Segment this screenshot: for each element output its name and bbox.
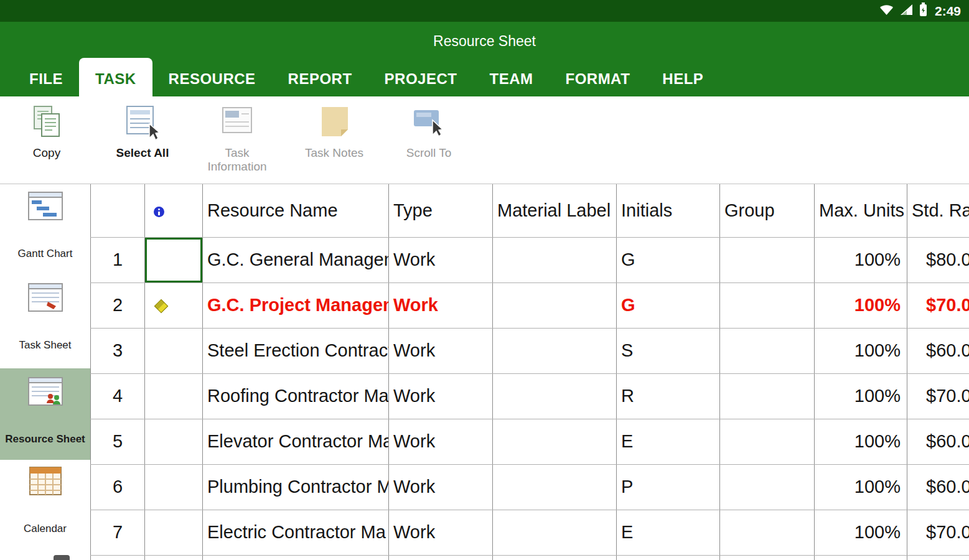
max-units-cell[interactable]: 100%: [815, 419, 907, 464]
initials-cell[interactable]: E: [617, 419, 720, 464]
material-label-cell[interactable]: [493, 373, 617, 419]
std-rate-cell[interactable]: $60.00: [907, 464, 969, 510]
group-cell[interactable]: [720, 373, 815, 419]
sidebar-item-task-sheet[interactable]: Task Sheet: [0, 282, 90, 352]
resource-name-cell[interactable]: Elevator Contractor Ma: [203, 419, 389, 464]
material-label-cell[interactable]: [493, 419, 617, 464]
column-header-max-units[interactable]: Max. Units: [815, 184, 907, 237]
std-rate-cell[interactable]: $60.00: [907, 328, 969, 373]
indicator-cell[interactable]: [145, 555, 203, 560]
tab-task[interactable]: TASK: [79, 58, 152, 96]
max-units-cell[interactable]: 100%: [815, 328, 907, 373]
tab-format[interactable]: FORMAT: [549, 61, 646, 96]
row-number-cell[interactable]: 3: [91, 328, 145, 373]
group-cell[interactable]: [720, 555, 815, 560]
resource-sheet-grid: Resource Name Type Material Label Initia…: [90, 184, 969, 560]
resource-name-cell[interactable]: G.C. General Managem: [203, 237, 389, 282]
max-units-cell[interactable]: 100%: [815, 237, 907, 282]
material-label-cell[interactable]: [493, 328, 617, 373]
resource-name-cell[interactable]: Electric Contractor Ma: [203, 510, 389, 555]
tab-file[interactable]: FILE: [13, 61, 79, 96]
initials-cell[interactable]: G: [617, 237, 720, 282]
max-units-cell[interactable]: 100%: [815, 510, 907, 555]
type-cell[interactable]: Work: [389, 510, 493, 555]
group-cell[interactable]: [720, 237, 815, 282]
row-number-cell[interactable]: 1: [91, 237, 145, 282]
copy-button[interactable]: Copy: [6, 105, 87, 160]
select-all-button[interactable]: Select All: [102, 105, 183, 160]
tab-project[interactable]: PROJECT: [368, 61, 474, 96]
column-header-initials[interactable]: Initials: [617, 184, 720, 237]
type-cell[interactable]: Work: [389, 282, 493, 328]
row-number-cell[interactable]: 2: [91, 282, 145, 328]
scroll-to-button[interactable]: Scroll To: [388, 105, 469, 160]
tab-resource[interactable]: RESOURCE: [152, 61, 272, 96]
row-number-cell[interactable]: 6: [91, 464, 145, 510]
group-cell[interactable]: [720, 328, 815, 373]
material-label-cell[interactable]: [493, 510, 617, 555]
column-header-material-label[interactable]: Material Label: [493, 184, 617, 237]
tab-help[interactable]: HELP: [646, 61, 719, 96]
std-rate-cell[interactable]: $70.00: [907, 373, 969, 419]
std-rate-cell[interactable]: $70.00: [907, 282, 969, 328]
tab-team[interactable]: TEAM: [473, 61, 549, 96]
sidebar-item-resource-sheet[interactable]: Resource Sheet: [0, 368, 90, 460]
type-cell[interactable]: Work: [389, 373, 493, 419]
row-number-cell[interactable]: 4: [91, 373, 145, 419]
material-label-cell[interactable]: [493, 237, 617, 282]
task-information-button[interactable]: Task Information: [197, 105, 278, 174]
resource-name-cell[interactable]: Roofing Contractor Ma: [203, 373, 389, 419]
initials-cell[interactable]: S: [617, 328, 720, 373]
initials-cell[interactable]: [617, 555, 720, 560]
material-label-cell[interactable]: [493, 464, 617, 510]
tab-report[interactable]: REPORT: [272, 61, 368, 96]
indicator-info-icon: [154, 207, 164, 217]
row-number-cell[interactable]: [91, 555, 145, 560]
std-rate-cell[interactable]: $60.00: [907, 419, 969, 464]
group-cell[interactable]: [720, 419, 815, 464]
indicator-cell[interactable]: [145, 419, 203, 464]
group-cell[interactable]: [720, 282, 815, 328]
material-label-cell[interactable]: [493, 282, 617, 328]
row-number-cell[interactable]: 7: [91, 510, 145, 555]
type-cell[interactable]: Work: [389, 464, 493, 510]
indicator-cell[interactable]: [145, 464, 203, 510]
std-rate-cell[interactable]: [907, 555, 969, 560]
max-units-cell[interactable]: 100%: [815, 373, 907, 419]
initials-cell[interactable]: E: [617, 510, 720, 555]
resource-name-cell[interactable]: [203, 555, 389, 560]
material-label-cell[interactable]: [493, 555, 617, 560]
corner-header-cell[interactable]: [91, 184, 145, 237]
indicator-cell[interactable]: [145, 373, 203, 419]
column-header-std-rate[interactable]: Std. Rate: [907, 184, 969, 237]
type-cell[interactable]: [389, 555, 493, 560]
group-cell[interactable]: [720, 464, 815, 510]
row-number-cell[interactable]: 5: [91, 419, 145, 464]
sidebar-item-gantt-chart[interactable]: Gantt Chart: [0, 190, 90, 260]
type-cell[interactable]: Work: [389, 328, 493, 373]
max-units-cell[interactable]: [815, 555, 907, 560]
indicator-cell[interactable]: [145, 510, 203, 555]
initials-cell[interactable]: G: [617, 282, 720, 328]
initials-cell[interactable]: R: [617, 373, 720, 419]
max-units-cell[interactable]: 100%: [815, 282, 907, 328]
resource-name-cell[interactable]: Plumbing Contractor M: [203, 464, 389, 510]
indicator-cell[interactable]: [145, 328, 203, 373]
std-rate-cell[interactable]: $80.00: [907, 237, 969, 282]
initials-cell[interactable]: P: [617, 464, 720, 510]
resource-name-cell[interactable]: G.C. Project Managem: [203, 282, 389, 328]
sidebar-item-calendar[interactable]: Calendar: [0, 464, 90, 535]
indicator-cell[interactable]: [145, 282, 203, 328]
indicator-cell-selected[interactable]: [145, 237, 203, 282]
indicators-header-cell[interactable]: [145, 184, 203, 237]
column-header-type[interactable]: Type: [389, 184, 493, 237]
column-header-group[interactable]: Group: [720, 184, 815, 237]
std-rate-cell[interactable]: $70.00: [907, 510, 969, 555]
task-notes-button[interactable]: Task Notes: [294, 105, 375, 160]
type-cell[interactable]: Work: [389, 419, 493, 464]
resource-name-cell[interactable]: Steel Erection Contract: [203, 328, 389, 373]
group-cell[interactable]: [720, 510, 815, 555]
max-units-cell[interactable]: 100%: [815, 464, 907, 510]
column-header-resource-name[interactable]: Resource Name: [203, 184, 389, 237]
type-cell[interactable]: Work: [389, 237, 493, 282]
